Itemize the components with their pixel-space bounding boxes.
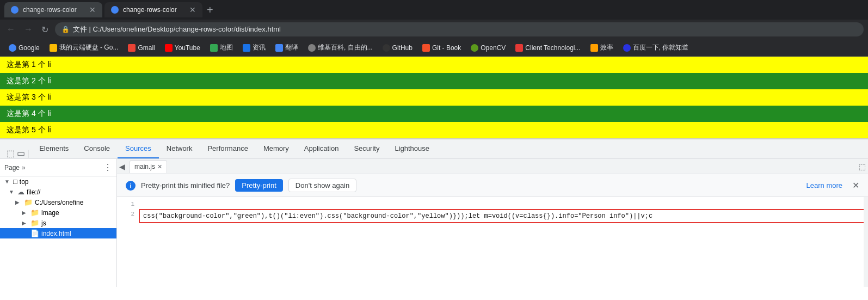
code-area[interactable]: 1 2 css("background-color","green"),t()(… [117,197,868,287]
tree-top[interactable]: ▼ □ top [0,176,116,187]
bookmark-google-label: Google [19,44,40,52]
bookmark-maps[interactable]: 地图 [206,42,237,53]
file-tab-close[interactable]: ✕ [157,163,162,170]
line-content-2: css("background-color","green"),t()("li:… [139,209,868,223]
pretty-print-banner: i Pretty-print this minified file? Prett… [117,174,868,197]
tab-close-1[interactable]: ✕ [89,5,96,14]
tab-lighthouse[interactable]: Lighthouse [387,139,437,158]
line-num-2: 2 [117,209,139,219]
tab-favicon-1 [11,6,19,14]
bookmark-news-label: 资讯 [253,43,266,52]
bookmark-news[interactable]: 资讯 [238,42,270,53]
list-item-1-text: 这是第 1 个 li [7,60,51,69]
back-button[interactable]: ← [4,22,17,36]
bookmark-youtube[interactable]: YouTube [161,43,205,53]
list-item-5: 这是第 5 个 li [0,122,868,138]
tab-label-1: change-rows-color [23,6,77,14]
tree-js-folder[interactable]: ▶ 📁 js [0,218,116,228]
gitbook-icon [422,44,430,52]
file-icon-index: 📄 [30,229,39,237]
tree-arrow-file: ▼ [9,189,15,195]
bookmark-github-label: GitHub [392,44,413,52]
bookmark-drive[interactable]: 我的云端硬盘 - Go... [45,42,123,53]
news-icon [243,44,250,52]
bookmark-google[interactable]: Google [4,43,44,53]
tab-console[interactable]: Console [76,139,118,158]
tab-1[interactable]: change-rows-color ✕ [4,2,102,17]
tree-arrow-image: ▶ [22,210,28,216]
tab-memory[interactable]: Memory [256,139,297,158]
bookmark-github[interactable]: GitHub [378,43,417,53]
bookmark-maps-label: 地图 [220,43,233,52]
list-item-4-text: 这是第 4 个 li [7,109,51,118]
learn-more-link[interactable]: Learn more [807,181,842,189]
info-icon: i [126,181,136,191]
tab-application[interactable]: Application [297,139,347,158]
forward-button[interactable]: → [22,22,35,36]
bookmark-translate[interactable]: 翻译 [271,42,303,53]
address-text: 文件 | C:/Users/onefine/Desktop/change-row… [73,25,281,34]
devtools-sidebar: Page » ⋮ ▼ □ top ▼ ☁ file:// ▶ 📁 C:/User… [0,159,117,287]
tab-2[interactable]: change-rows-color ✕ [104,2,202,17]
file-tab-main-js[interactable]: main.js ✕ [130,160,167,173]
sidebar-more-icon[interactable]: ⋮ [103,162,112,173]
tree-file-protocol[interactable]: ▼ ☁ file:// [0,187,116,197]
nav-bar: ← → ↻ 🔒 文件 | C:/Users/onefine/Desktop/ch… [0,20,868,39]
bookmark-baidu-label: 百度一下, 你就知道 [633,43,689,52]
tab-favicon-2 [111,6,119,14]
code-text-2: css("background-color","green"),t()("li:… [143,212,652,220]
sidebar-expand-icon[interactable]: » [22,164,26,172]
client-tech-icon [515,44,523,52]
banner-question: Pretty-print this minified file? [141,181,230,189]
list-item-5-text: 这是第 5 个 li [7,125,51,134]
bookmark-baidu[interactable]: 百度一下, 你就知道 [619,42,693,53]
list-item-2: 这是第 2 个 li [0,73,868,89]
devtools-mobile-icon[interactable]: ▭ [17,148,25,158]
bookmark-wiki[interactable]: 维基百科, 自由的... [304,42,377,53]
bookmark-efficiency[interactable]: 效率 [586,42,618,53]
tab-close-2[interactable]: ✕ [189,5,196,14]
bookmark-gmail[interactable]: Gmail [124,43,159,53]
devtools-tab-bar: ⬚ ▭ | Elements Console Sources Network P… [0,139,868,159]
google-icon [9,44,16,52]
pretty-print-button[interactable]: Pretty-print [235,179,283,192]
tree-arrow-js: ▶ [22,220,28,226]
new-tab-button[interactable]: + [207,4,213,16]
tab-performance[interactable]: Performance [200,139,255,158]
tree-arrow-top: ▼ [4,179,11,185]
tab-security[interactable]: Security [346,139,387,158]
tree-image-folder[interactable]: ▶ 📁 image [0,207,116,218]
refresh-button[interactable]: ↻ [39,22,51,37]
baidu-icon [623,44,631,52]
banner-close-icon[interactable]: ✕ [852,180,859,191]
bookmark-gmail-label: Gmail [138,44,155,52]
list-item-3-text: 这是第 3 个 li [7,93,51,101]
devtools-icons: ⬚ ▭ | [4,148,32,158]
wiki-icon [308,44,316,52]
sidebar-page-label: Page [4,164,20,172]
tab-elements[interactable]: Elements [32,139,76,158]
devtools: ⬚ ▭ | Elements Console Sources Network P… [0,138,868,287]
file-tab-bar: ◀ main.js ✕ ⬚ [117,159,868,174]
bookmark-git-book[interactable]: Git - Book [418,43,465,53]
tab-network[interactable]: Network [159,139,200,158]
panel-icon[interactable]: ⬚ [859,162,866,171]
tab-sources[interactable]: Sources [118,139,159,158]
right-panel-toggle[interactable]: ⬚ [859,162,866,172]
bookmark-client-tech[interactable]: Client Technologi... [511,43,584,53]
devtools-inspect-icon[interactable]: ⬚ [7,148,15,158]
bookmark-opencv[interactable]: OpenCV [466,43,510,53]
address-bar[interactable]: 🔒 文件 | C:/Users/onefine/Desktop/change-r… [55,22,864,36]
bookmark-opencv-label: OpenCV [481,44,506,52]
list-item-3: 这是第 3 个 li [0,89,868,106]
vertical-scrollbar[interactable] [864,197,868,287]
back-nav-icon[interactable]: ◀ [119,162,125,171]
tree-users-folder[interactable]: ▶ 📁 C:/Users/onefine [0,197,116,207]
sidebar-header: Page » ⋮ [0,159,116,176]
gmail-icon [128,44,136,52]
bookmark-youtube-label: YouTube [175,44,200,52]
dont-show-button[interactable]: Don't show again [288,179,356,192]
file-tab-label: main.js [134,163,155,170]
maps-icon [210,44,218,52]
tree-index-html[interactable]: 📄 index.html [0,228,116,238]
